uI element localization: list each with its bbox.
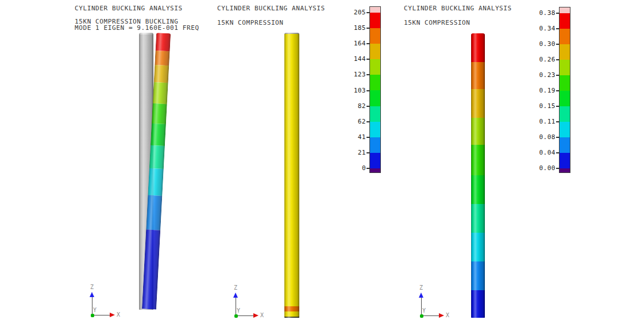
- z-axis-line: [421, 298, 422, 315]
- panel2-subtitle-line1: 15KN COMPRESSION: [217, 20, 284, 26]
- x-axis-label: X: [117, 312, 120, 318]
- z-axis-label: Z: [90, 284, 94, 290]
- colorbar-tick: [367, 137, 370, 138]
- x-axis-label: X: [446, 313, 449, 318]
- colorbar-segment-yellow_green: [560, 60, 570, 75]
- colorbar-segment-dodger_blue: [370, 137, 380, 153]
- colorbar-segment-cap_top: [560, 7, 570, 13]
- colorbar-tick: [556, 75, 560, 76]
- colorbar-tick: [367, 28, 370, 29]
- stress-contour-cylinder: [284, 33, 299, 318]
- z-axis-arrow-icon: [419, 292, 423, 298]
- colorbar-segment-blue: [370, 153, 380, 168]
- colorbar-tick-label: 62: [340, 118, 366, 125]
- colorbar-tick: [367, 106, 370, 107]
- colorbar-tick: [556, 106, 560, 107]
- colorbar-tick-label: 0.04: [529, 149, 556, 156]
- colorbar-tick-label: 21: [340, 149, 366, 156]
- y-axis-label: Y: [93, 307, 97, 313]
- colorbar-tick-label: 0.34: [529, 25, 556, 32]
- colorbar-tick: [367, 74, 370, 75]
- panel3-subtitle-line1: 15KN COMPRESSION: [404, 20, 471, 26]
- colorbar-tick-label: 0.00: [529, 164, 556, 172]
- colorbar-segment-red: [370, 13, 380, 28]
- colorbar-segment-cyan: [560, 122, 570, 137]
- origin-dot-icon: [420, 314, 423, 318]
- colorbar-tick: [556, 13, 560, 14]
- stress-colorbar-legend: 205185164144123103826241210: [369, 6, 381, 173]
- colorbar-tick: [367, 12, 370, 13]
- colorbar-segment-green2: [370, 90, 380, 106]
- colorbar-tick: [367, 168, 370, 169]
- colorbar-tick: [556, 90, 560, 91]
- z-axis-label: Z: [234, 285, 237, 291]
- colorbar-tick-label: 144: [340, 55, 366, 63]
- colorbar-tick: [367, 43, 370, 44]
- x-axis-arrow-icon: [110, 313, 115, 317]
- colorbar-tick: [367, 121, 370, 122]
- x-axis-line: [92, 315, 110, 315]
- x-axis-line: [236, 315, 253, 316]
- colorbar-segment-yellow_green: [370, 59, 380, 75]
- colorbar-tick: [367, 90, 370, 91]
- z-axis-arrow-icon: [233, 292, 238, 298]
- colorbar-tick-label: 205: [340, 9, 366, 16]
- colorbar-tick: [556, 59, 560, 60]
- colorbar-tick-label: 0.38: [529, 9, 556, 17]
- cylinder-shading: [471, 33, 485, 318]
- colorbar-tick: [556, 44, 560, 45]
- x-axis-line: [421, 315, 439, 316]
- colorbar-segment-red: [560, 13, 570, 29]
- colorbar-segment-gold: [370, 44, 380, 59]
- colorbar-segment-green: [560, 75, 570, 91]
- z-axis-line: [92, 297, 92, 315]
- colorbar-tick-label: 0.30: [529, 40, 556, 48]
- colorbar-segment-spring_green: [560, 106, 570, 122]
- colorbar-tick-label: 0.23: [529, 71, 556, 79]
- panel3-title: CYLINDER BUCKLING ANALYSIS: [404, 5, 512, 12]
- panel1-title: CYLINDER BUCKLING ANALYSIS: [75, 5, 183, 12]
- colorbar-tick: [556, 137, 560, 138]
- panel1-subtitle-line2: MODE 1 EIGEN = 9.160E-001 FREQ: [75, 25, 199, 32]
- colorbar-tick: [556, 168, 560, 169]
- colorbar-tick-label: 0.15: [529, 102, 556, 110]
- colorbar-segment-gold: [560, 44, 570, 60]
- colorbar-tick-label: 41: [340, 133, 366, 141]
- colorbar-tick-label: 82: [340, 102, 366, 110]
- colorbar-segment-green: [370, 75, 380, 90]
- x-axis-label: X: [260, 313, 264, 318]
- x-axis-arrow-icon: [439, 313, 444, 318]
- colorbar-tick-label: 0.19: [529, 87, 556, 94]
- x-axis-arrow-icon: [253, 313, 259, 318]
- colorbar-tick-label: 0.08: [529, 133, 556, 141]
- cylinder-shading: [284, 33, 299, 318]
- panel2-title: CYLINDER BUCKLING ANALYSIS: [217, 5, 325, 12]
- colorbar-segment-orange: [560, 29, 570, 44]
- colorbar-tick-label: 0.26: [529, 56, 556, 63]
- colorbar-tick: [367, 59, 370, 60]
- colorbar-segment-cyan: [370, 122, 380, 137]
- colorbar-tick-label: 164: [340, 40, 366, 47]
- colorbar-tick: [556, 121, 560, 122]
- origin-dot-icon: [91, 314, 94, 317]
- colorbar-segment-blue: [560, 153, 570, 168]
- z-axis-label: Z: [419, 285, 423, 291]
- z-axis-line: [236, 298, 236, 315]
- colorbar-tick: [556, 28, 560, 29]
- colorbar-tick-label: 103: [340, 87, 366, 94]
- z-axis-arrow-icon: [90, 292, 94, 297]
- graphics-viewport[interactable]: CYLINDER BUCKLING ANALYSIS 15KN COMPRESS…: [0, 0, 644, 331]
- strain-contour-cylinder: [471, 33, 485, 318]
- colorbar-segment-dodger_blue: [560, 137, 570, 153]
- colorbar-tick-label: 185: [340, 24, 366, 32]
- colorbar-tick: [556, 152, 560, 153]
- colorbar-segment-cap_bottom: [370, 168, 380, 172]
- colorbar-segment-orange: [370, 28, 380, 44]
- colorbar-tick-label: 0: [340, 164, 366, 172]
- y-axis-label: Y: [237, 308, 240, 314]
- colorbar-tick-label: 0.11: [529, 118, 556, 125]
- colorbar-segment-cap_bottom: [560, 168, 570, 172]
- y-axis-label: Y: [422, 308, 426, 314]
- colorbar-segment-cap_top: [370, 7, 380, 13]
- colorbar-tick-label: 123: [340, 71, 366, 78]
